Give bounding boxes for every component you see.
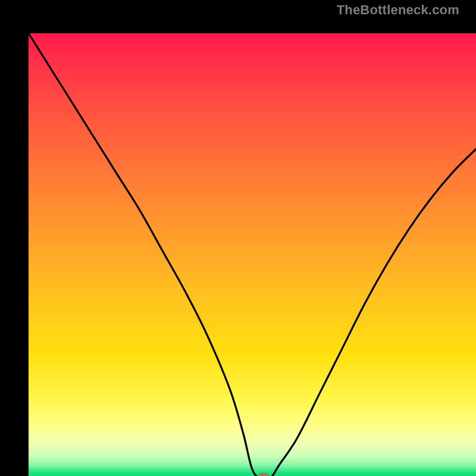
optimal-point-marker	[258, 473, 269, 476]
attribution-text: TheBottleneck.com	[337, 2, 459, 18]
plot-area	[29, 33, 476, 476]
bottleneck-curve	[29, 33, 476, 476]
chart-frame	[0, 0, 476, 476]
